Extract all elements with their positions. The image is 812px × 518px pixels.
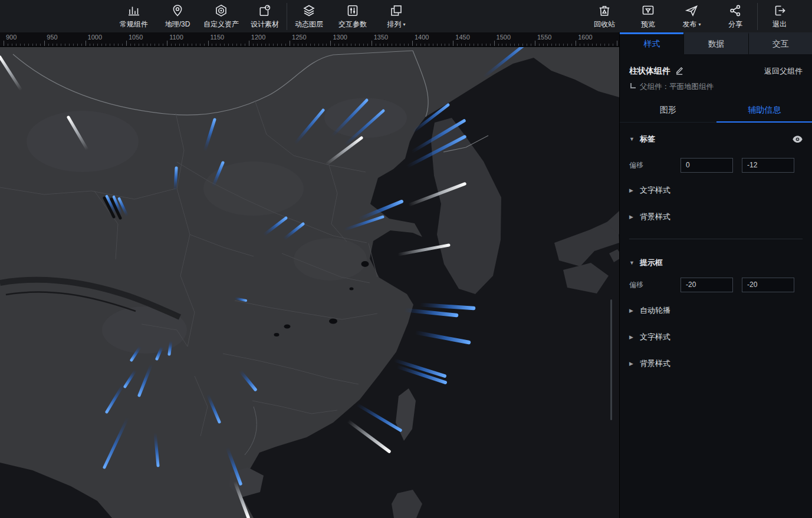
ruler-label: 1300 (333, 34, 347, 41)
trash-icon (597, 4, 612, 18)
offset-label: 偏移 (629, 280, 643, 290)
label-offset-y-input[interactable] (742, 158, 794, 173)
ruler-label: 900 (6, 34, 17, 41)
publish-plane-icon (685, 4, 699, 18)
toolbar-left-group: 常规组件 地理/3D 自定义资产 (0, 0, 418, 32)
data-bar-blue[interactable] (169, 341, 171, 354)
toolbar-item-label: 发布▾ (682, 19, 701, 29)
section-title: 标签 (640, 134, 655, 144)
toolbar-item-label: 交互参数 (338, 19, 367, 29)
bar-chart-icon (127, 4, 141, 18)
chevron-collapsed-icon: ▶ (629, 361, 640, 367)
toolbar-item-label: 常规组件 (120, 19, 148, 29)
toolbar-item-share[interactable]: 分享 (714, 0, 757, 32)
map-canvas[interactable] (0, 47, 619, 518)
tab-data[interactable]: 数据 (683, 32, 748, 54)
ruler-label: 1600 (578, 34, 592, 41)
parent-component-label: 父组件：平面地图组件 (640, 82, 714, 92)
fold-label: 文字样式 (640, 332, 670, 342)
settings-panel: 样式 数据 交互 柱状体组件 返回父组件 父组件：平面地图组件 图形 辅助信息 … (619, 32, 812, 518)
toolbar-item-label: 动态图层 (295, 19, 323, 29)
visibility-eye-icon[interactable] (793, 136, 803, 143)
fold-label: 背景样式 (640, 212, 670, 222)
toolbar-item-arrange[interactable]: 排列▾ (374, 0, 418, 32)
toolbar-item-label: 回收站 (594, 19, 615, 29)
toolbar-item-label: 设计素材 (251, 19, 279, 29)
chevron-expanded-icon: ▼ (629, 136, 640, 142)
chevron-collapsed-icon: ▶ (629, 334, 640, 340)
fold-row-text-style[interactable]: ▶ 文字样式 (629, 331, 670, 343)
ruler-label: 1100 (169, 34, 183, 41)
tab-style[interactable]: 样式 (620, 32, 683, 54)
caret-down-icon: ▾ (403, 22, 405, 27)
toolbar-item-design-assets[interactable]: 设计素材 (243, 0, 287, 32)
toolbar-item-label: 预览 (641, 19, 655, 29)
toolbar-item-preview[interactable]: 预览 (626, 0, 670, 32)
hexagon-asset-icon (214, 4, 228, 18)
section-title: 提示框 (640, 258, 663, 268)
caret-down-icon: ▾ (698, 22, 701, 27)
preview-icon (641, 4, 655, 18)
toolbar-item-label: 自定义资产 (203, 19, 239, 29)
layers-icon (302, 4, 316, 18)
tooltip-offset-x-input[interactable] (680, 278, 733, 292)
datav-editor: 常规组件 地理/3D 自定义资产 (0, 0, 812, 518)
ruler-label: 1450 (455, 34, 469, 41)
fold-label: 背景样式 (640, 358, 670, 369)
ruler-label: 950 (47, 34, 57, 41)
toolbar-item-custom-assets[interactable]: 自定义资产 (199, 0, 243, 32)
ruler-label: 1200 (251, 34, 265, 41)
top-toolbar: 常规组件 地理/3D 自定义资产 (0, 0, 812, 32)
toolbar-right-group: 回收站 预览 发布▾ 分享 (583, 0, 812, 32)
toolbar-item-label: 排列▾ (387, 19, 405, 29)
fold-label: 自动轮播 (640, 305, 670, 316)
offset-field-row: 偏移 (629, 277, 803, 292)
tooltip-offset-y-input[interactable] (742, 278, 794, 292)
fold-row-bg-style[interactable]: ▶ 背景样式 (629, 358, 670, 369)
ruler-label: 1550 (537, 34, 551, 41)
horizontal-ruler: 9009501000105011001150120012501300135014… (0, 32, 619, 47)
ruler-label: 1050 (129, 34, 143, 41)
toolbar-item-publish[interactable]: 发布▾ (670, 0, 714, 32)
toolbar-item-interaction-params[interactable]: 交互参数 (331, 0, 374, 32)
toolbar-item-recycle-bin[interactable]: 回收站 (583, 0, 626, 32)
ruler-label: 1150 (211, 34, 225, 41)
component-title-row: 柱状体组件 返回父组件 (629, 65, 803, 78)
toolbar-item-dynamic-layers[interactable]: 动态图层 (287, 0, 331, 32)
canvas-scrollbar[interactable] (610, 299, 612, 420)
chevron-collapsed-icon: ▶ (629, 214, 640, 220)
tab-interaction[interactable]: 交互 (748, 32, 812, 54)
map-pin-icon (170, 4, 185, 18)
fold-row-text-style[interactable]: ▶ 文字样式 (629, 184, 670, 196)
label-offset-x-input[interactable] (680, 158, 733, 173)
section-header-label[interactable]: ▼ 标签 (629, 133, 803, 146)
toolbar-item-exit[interactable]: 退出 (758, 0, 801, 32)
fold-row-auto-carousel[interactable]: ▶ 自动轮播 (629, 305, 670, 316)
ruler-label: 1350 (374, 34, 388, 41)
panel-tabs: 样式 数据 交互 (620, 32, 812, 54)
edit-pencil-icon[interactable] (675, 66, 683, 77)
toolbar-item-geo-3d[interactable]: 地理/3D (156, 0, 199, 32)
subtab-graphic[interactable]: 图形 (620, 98, 716, 122)
offset-label: 偏移 (629, 160, 643, 170)
component-name: 柱状体组件 (629, 66, 670, 77)
panel-subtabs: 图形 辅助信息 (620, 98, 812, 123)
parent-component-row: 父组件：平面地图组件 (630, 82, 714, 91)
chevron-expanded-icon: ▼ (629, 260, 640, 266)
offset-field-row: 偏移 (629, 157, 803, 173)
ruler-label: 1400 (415, 34, 429, 41)
toolbar-item-label: 退出 (772, 19, 787, 29)
toolbar-item-label: 分享 (728, 19, 742, 29)
subtab-auxiliary-info[interactable]: 辅助信息 (716, 98, 812, 122)
toolbar-item-regular-components[interactable]: 常规组件 (112, 0, 156, 32)
ruler-label: 1250 (292, 34, 306, 41)
toolbar-item-label: 地理/3D (165, 19, 190, 29)
section-header-tooltip[interactable]: ▼ 提示框 (629, 256, 803, 269)
data-bar-blue[interactable] (175, 168, 176, 191)
arrange-icon (389, 4, 403, 18)
chevron-collapsed-icon: ▶ (629, 187, 640, 193)
back-to-parent-link[interactable]: 返回父组件 (764, 66, 803, 77)
fold-row-bg-style[interactable]: ▶ 背景样式 (629, 211, 670, 223)
section-divider (629, 239, 803, 239)
corner-branch-icon (630, 83, 636, 88)
